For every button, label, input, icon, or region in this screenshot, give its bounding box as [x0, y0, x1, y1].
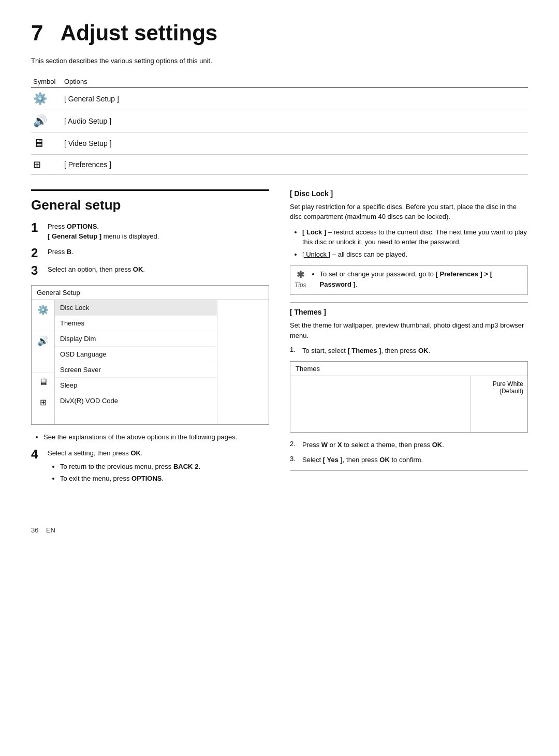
- page-footer: 36 EN: [31, 526, 528, 534]
- step-3-content: Select an option, then press OK.: [48, 264, 145, 275]
- themes-menu-right: Pure White (Default): [470, 376, 527, 432]
- general-setup-title: General setup: [31, 197, 269, 213]
- step-2-content: Press B.: [48, 247, 73, 257]
- themes-default-option: Pure White (Default): [493, 380, 523, 395]
- section-divider: [31, 189, 269, 191]
- table-row: ⚙️ [ General Setup ]: [31, 87, 528, 110]
- themes-menu-left: [290, 376, 470, 432]
- step-1-sub: [ General Setup ] menu is displayed.: [48, 232, 159, 240]
- themes-steps-2-3: 2. Press W or X to select a theme, then …: [290, 440, 528, 465]
- step-item-4: 4 Select a setting, then press OK. To re…: [31, 448, 269, 490]
- audio-icon: 🔊: [37, 335, 49, 347]
- themes-divider: [290, 302, 528, 303]
- menu-item-sleep[interactable]: Sleep: [55, 378, 217, 393]
- video-icon: 🖥: [38, 377, 48, 388]
- step-number-3: 3: [31, 264, 42, 277]
- note-list: See the explanations of the above option…: [31, 432, 269, 442]
- themes-step-1-content: To start, select [ Themes ], then press …: [302, 346, 430, 356]
- video-setup-icon: 🖥: [33, 137, 45, 150]
- bottom-divider: [290, 470, 528, 471]
- step-4-main: Select a setting, then press OK.: [48, 449, 143, 457]
- col-options: Options: [62, 76, 528, 88]
- chapter-number: 7: [31, 21, 43, 45]
- menu-item-screen-saver[interactable]: Screen Saver: [55, 362, 217, 378]
- step-4-bullet-2: To exit the menu, press OPTIONS.: [60, 473, 200, 484]
- menu-icon-general: ⚙️: [32, 300, 54, 331]
- menu-icon-pref: ⊞: [32, 393, 54, 424]
- menu-right-column: [217, 300, 269, 424]
- themes-step-2-content: Press W or X to select a theme, then pre…: [302, 440, 444, 450]
- table-row: 🔊 [ Audio Setup ]: [31, 110, 528, 132]
- themes-body: Set the theme for wallpaper, preview thu…: [290, 320, 528, 340]
- menu-items-column: Disc Lock Themes Display Dim OSD Languag…: [55, 300, 217, 424]
- tips-label: Tips: [295, 281, 306, 289]
- menu-item-osd-language[interactable]: OSD Language: [55, 347, 217, 362]
- menu-item-display-dim[interactable]: Display Dim: [55, 331, 217, 347]
- disc-lock-bullets: [ Lock ] – restrict access to the curren…: [290, 227, 528, 260]
- two-col-layout: General setup 1 Press OPTIONS. [ General…: [31, 189, 528, 495]
- themes-title: [ Themes ]: [290, 308, 528, 316]
- option-label: [ General Setup ]: [62, 87, 528, 110]
- general-icon: ⚙️: [37, 304, 49, 316]
- preferences-icon: ⊞: [33, 159, 41, 170]
- themes-step-2: 2. Press W or X to select a theme, then …: [290, 440, 528, 450]
- menu-box-title: General Setup: [32, 286, 269, 300]
- chapter-name: Adjust settings: [61, 21, 217, 45]
- themes-steps: 1. To start, select [ Themes ], then pre…: [290, 346, 528, 356]
- menu-item-themes[interactable]: Themes: [55, 316, 217, 331]
- themes-menu-content: Pure White (Default): [290, 376, 527, 432]
- tips-bullet-list: To set or change your password, go to [ …: [311, 269, 523, 289]
- step-1-content: Press OPTIONS. [ General Setup ] menu is…: [48, 221, 159, 242]
- audio-setup-icon: 🔊: [33, 114, 47, 128]
- page-container: 7 Adjust settings This section describes…: [31, 21, 528, 534]
- themes-step-3: 3. Select [ Yes ], then press OK to conf…: [290, 455, 528, 465]
- menu-box-content: ⚙️ 🔊 🖥 ⊞ Disc Lock: [32, 300, 269, 424]
- option-label: [ Audio Setup ]: [62, 110, 528, 132]
- menu-item-disc-lock[interactable]: Disc Lock: [55, 300, 217, 316]
- symbol-cell: ⚙️: [31, 87, 62, 110]
- page-lang: EN: [46, 526, 55, 534]
- option-label: [ Preferences ]: [62, 154, 528, 174]
- themes-step-num-3: 3.: [290, 455, 298, 463]
- themes-step-1: 1. To start, select [ Themes ], then pre…: [290, 346, 528, 356]
- menu-item-divx[interactable]: DivX(R) VOD Code: [55, 393, 217, 408]
- table-row: 🖥 [ Video Setup ]: [31, 132, 528, 154]
- right-column: [ Disc Lock ] Set play restriction for a…: [290, 189, 528, 495]
- symbol-cell: 🔊: [31, 110, 62, 132]
- general-setup-menu: General Setup ⚙️ 🔊 🖥 ⊞: [31, 285, 269, 425]
- step-item-1: 1 Press OPTIONS. [ General Setup ] menu …: [31, 221, 269, 242]
- table-row: ⊞ [ Preferences ]: [31, 154, 528, 174]
- page-number: 36: [31, 526, 38, 534]
- general-setup-icon: ⚙️: [33, 92, 47, 106]
- tips-text-col: To set or change your password, go to [ …: [311, 269, 523, 291]
- tips-box: ✱ Tips To set or change your password, g…: [290, 265, 528, 295]
- step-number-1: 1: [31, 221, 42, 234]
- disc-lock-bullet-1: [ Lock ] – restrict access to the curren…: [302, 227, 528, 247]
- step-4-bullet-1: To return to the previous menu, press BA…: [60, 462, 200, 472]
- step-item-2: 2 Press B.: [31, 247, 269, 259]
- step-number-4: 4: [31, 448, 42, 461]
- step-4-bullets: To return to the previous menu, press BA…: [48, 462, 200, 484]
- disc-lock-body: Set play restriction for a specific disc…: [290, 202, 528, 222]
- col-symbol: Symbol: [31, 76, 62, 88]
- themes-menu-row: [290, 380, 470, 387]
- symbol-cell: ⊞: [31, 154, 62, 174]
- step-number-2: 2: [31, 247, 42, 259]
- menu-icon-video: 🖥: [32, 373, 54, 393]
- step-item-3: 3 Select an option, then press OK.: [31, 264, 269, 277]
- step-1-main: Press OPTIONS.: [48, 223, 99, 230]
- disc-lock-title: [ Disc Lock ]: [290, 189, 528, 198]
- themes-step-num-2: 2.: [290, 440, 298, 448]
- themes-step-3-content: Select [ Yes ], then press OK to confirm…: [302, 455, 423, 465]
- setup-table: Symbol Options ⚙️ [ General Setup ] 🔊 [ …: [31, 76, 528, 175]
- themes-menu-box: Themes Pure White (Default): [290, 361, 528, 433]
- intro-text: This section describes the various setti…: [31, 56, 528, 66]
- left-column: General setup 1 Press OPTIONS. [ General…: [31, 189, 269, 495]
- step-4-content: Select a setting, then press OK. To retu…: [48, 448, 200, 490]
- note-item: See the explanations of the above option…: [43, 432, 269, 442]
- themes-menu-title: Themes: [290, 362, 527, 376]
- option-label: [ Video Setup ]: [62, 132, 528, 154]
- themes-step-num-1: 1.: [290, 346, 298, 353]
- steps-list: 1 Press OPTIONS. [ General Setup ] menu …: [31, 221, 269, 277]
- symbol-cell: 🖥: [31, 132, 62, 154]
